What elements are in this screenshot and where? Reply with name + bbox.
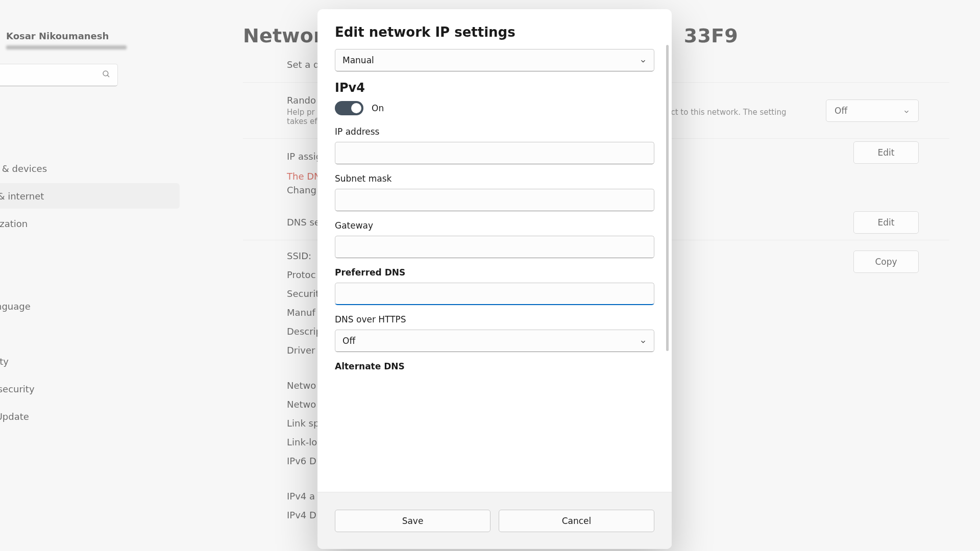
ipv4-toggle-label: On xyxy=(372,103,384,113)
modal-body: Edit network IP settings Manual IPv4 On … xyxy=(317,9,672,492)
doh-select[interactable]: Off xyxy=(335,330,654,352)
subnet-label: Subnet mask xyxy=(335,173,654,184)
ipv4-heading: IPv4 xyxy=(335,81,654,95)
save-button[interactable]: Save xyxy=(335,510,491,532)
modal-scrollbar[interactable] xyxy=(666,45,669,489)
ipv4-toggle-row: On xyxy=(335,101,654,115)
gateway-label: Gateway xyxy=(335,220,654,231)
alternate-dns-field: Alternate DNS xyxy=(335,361,654,371)
chevron-down-icon xyxy=(640,337,647,344)
doh-field: DNS over HTTPS Off xyxy=(335,314,654,352)
preferred-dns-input-wrap xyxy=(335,283,654,305)
ip-address-field: IP address xyxy=(335,127,654,164)
edit-ip-modal: Edit network IP settings Manual IPv4 On … xyxy=(317,9,672,549)
chevron-down-icon xyxy=(640,57,647,64)
doh-label: DNS over HTTPS xyxy=(335,314,654,324)
modal-title: Edit network IP settings xyxy=(335,24,654,40)
subnet-field: Subnet mask xyxy=(335,173,654,211)
subnet-input[interactable] xyxy=(342,189,647,211)
ip-address-label: IP address xyxy=(335,127,654,137)
ip-address-input[interactable] xyxy=(342,142,647,164)
assignment-select[interactable]: Manual xyxy=(335,49,654,71)
preferred-dns-input[interactable] xyxy=(342,283,647,304)
gateway-input[interactable] xyxy=(342,236,647,258)
ipv4-toggle[interactable] xyxy=(335,101,363,115)
preferred-dns-field: Preferred DNS xyxy=(335,267,654,305)
gateway-input-wrap xyxy=(335,236,654,258)
subnet-input-wrap xyxy=(335,189,654,211)
gateway-field: Gateway xyxy=(335,220,654,258)
doh-value: Off xyxy=(342,336,355,346)
assignment-value: Manual xyxy=(342,55,374,65)
preferred-dns-label: Preferred DNS xyxy=(335,267,654,278)
alternate-dns-label: Alternate DNS xyxy=(335,361,654,371)
ip-address-input-wrap xyxy=(335,142,654,164)
cancel-button[interactable]: Cancel xyxy=(499,510,654,532)
modal-footer: Save Cancel xyxy=(317,492,672,549)
assignment-field: Manual xyxy=(335,49,654,71)
